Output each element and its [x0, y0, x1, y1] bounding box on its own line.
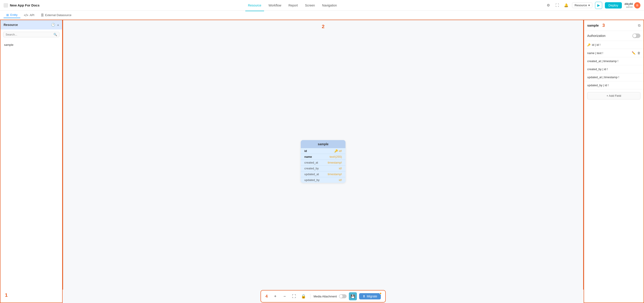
entity-field-updated-by: updated_by id! — [301, 177, 346, 183]
panel3-number: 3 — [602, 23, 605, 28]
subnav: ⊞ Entity </> API 🗄 External Datasource — [0, 11, 644, 20]
field-created-at-text: created_at | timestamp ! — [587, 59, 618, 63]
edit-icon[interactable]: ✏️ — [632, 51, 636, 55]
authorization-toggle[interactable] — [632, 33, 640, 38]
brand: New App For Docs — [4, 3, 40, 7]
play-button[interactable]: ▶ — [595, 2, 602, 9]
panel4-number: 4 — [266, 294, 268, 299]
add-resource-icon[interactable]: + — [57, 23, 59, 27]
sidebar-item-sample[interactable]: sample — [0, 41, 62, 48]
toggle-small-knob — [340, 295, 342, 298]
entity-field-updated-at: updated_at timestamp! — [301, 171, 346, 177]
entity-field-name: name text!(255) — [301, 154, 346, 160]
entity-field-id: id 🔑id! — [301, 148, 346, 154]
main-layout: Resource 🕐 + 🔍 sample 1 2 sample id 🔑id! — [0, 20, 644, 303]
panel-right-header: sample 3 ⧉ — [584, 20, 644, 31]
resource-dropdown[interactable]: Resource ▾ — [572, 2, 592, 8]
migrate-button[interactable]: ⬆ Migrate — [359, 293, 381, 300]
nav-resource[interactable]: Resource — [245, 3, 264, 8]
main-nav: Resource Workflow Report Screen Navigati… — [47, 3, 538, 8]
subnav-api[interactable]: </> API — [21, 12, 37, 18]
resource-dropdown-label: Resource — [574, 3, 587, 7]
sidebar-header: Resource 🕐 + — [0, 20, 62, 29]
entity-field-created-by: created_by id! — [301, 166, 346, 171]
field-updated-at-text: updated_at | timestamp ! — [587, 75, 619, 79]
field-info-id: 🔑 id | id ! — [587, 43, 600, 46]
subnav-entity[interactable]: ⊞ Entity — [4, 12, 20, 18]
toggle-knob — [633, 34, 636, 37]
field-row-created-at: created_at | timestamp ! — [584, 57, 644, 65]
sidebar-title: Resource — [4, 23, 18, 26]
sidebar-list: sample — [0, 39, 62, 288]
field-row-updated-at: updated_at | timestamp ! — [584, 73, 644, 81]
delete-icon[interactable]: 🗑 — [637, 51, 640, 55]
field-actions-name: ✏️ 🗑 — [632, 51, 640, 55]
authorization-row: Authorization — [584, 31, 644, 41]
field-row-name: name | text ! ✏️ 🗑 — [584, 49, 644, 57]
lock-button[interactable]: 🔒 — [300, 293, 307, 300]
field-key-icon: 🔑 — [587, 43, 590, 46]
datasource-icon: 🗄 — [41, 13, 44, 17]
field-created-by-text: created_by | id ! — [587, 67, 608, 71]
field-info-updated-at: updated_at | timestamp ! — [587, 75, 619, 79]
avatar: D — [634, 2, 640, 8]
bottom-toolbar: 4 + − ⛶ 🔒 Media Attachment 💾 ⬆ Migrate — [260, 290, 386, 303]
navbar: New App For Docs Resource Workflow Repor… — [0, 0, 644, 11]
search-box: 🔍 — [3, 32, 60, 37]
save-icon: 💾 — [350, 294, 355, 299]
user-info: diky94 admin D — [624, 2, 640, 8]
add-field-button[interactable]: + Add Field — [587, 92, 640, 99]
nav-navigation[interactable]: Navigation — [319, 3, 340, 8]
zoom-out-button[interactable]: − — [281, 293, 288, 300]
panel-canvas: 2 sample id 🔑id! name text!(255) created… — [62, 20, 584, 303]
migrate-upload-icon: ⬆ — [363, 295, 366, 298]
nav-report[interactable]: Report — [286, 3, 300, 8]
expand-icon[interactable]: ⛶ — [554, 2, 560, 8]
entity-field-created-at: created_at timestamp! — [301, 160, 346, 166]
panel1-number: 1 — [0, 288, 62, 303]
entity-card-header: sample — [301, 140, 346, 148]
auth-label: Authorization — [587, 34, 606, 37]
search-icon: 🔍 — [54, 33, 57, 36]
chevron-down-icon: ▾ — [588, 3, 590, 7]
field-row-created-by: created_by | id ! — [584, 65, 644, 73]
sidebar-header-icons: 🕐 + — [51, 23, 59, 27]
entity-icon: ⊞ — [6, 13, 9, 17]
brand-name: New App For Docs — [10, 3, 40, 7]
field-id-text: id | id ! — [592, 43, 600, 46]
field-row-id: 🔑 id | id ! — [584, 41, 644, 49]
nav-workflow[interactable]: Workflow — [266, 3, 284, 8]
history-icon[interactable]: 🕐 — [51, 23, 55, 27]
copy-icon[interactable]: ⧉ — [638, 23, 640, 27]
fit-screen-button[interactable]: ⛶ — [290, 293, 298, 300]
save-button[interactable]: 💾 — [349, 292, 357, 300]
panel-sidebar: Resource 🕐 + 🔍 sample 1 — [0, 20, 62, 303]
entity-card-body: id 🔑id! name text!(255) created_at times… — [301, 148, 346, 183]
field-info-created-by: created_by | id ! — [587, 67, 608, 71]
media-attachment-label: Media Attachment — [314, 295, 337, 298]
field-name-text: name | text ! — [587, 51, 603, 55]
entity-card[interactable]: sample id 🔑id! name text!(255) created_a… — [301, 140, 346, 183]
panel2-number: 2 — [322, 24, 324, 29]
navbar-right: ⚙ ⛶ 🔔 Resource ▾ ▶ Deploy diky94 admin D — [545, 2, 640, 9]
migrate-notification-dot — [380, 292, 382, 295]
field-row-updated-by: updated_by | id ! — [584, 81, 644, 89]
bottom-bar: 4 + − ⛶ 🔒 Media Attachment 💾 ⬆ Migrate — [62, 290, 584, 303]
notification-icon[interactable]: 🔔 — [563, 2, 569, 8]
nav-screen[interactable]: Screen — [302, 3, 318, 8]
subnav-external-datasource[interactable]: 🗄 External Datasource — [38, 12, 74, 18]
brand-icon — [4, 3, 8, 7]
search-input[interactable] — [6, 33, 54, 36]
panel-right-title: sample — [587, 23, 599, 27]
panel-right: sample 3 ⧉ Authorization 🔑 id | id ! nam… — [584, 20, 644, 303]
field-updated-by-text: updated_by | id ! — [587, 84, 609, 87]
settings-icon[interactable]: ⚙ — [545, 2, 552, 8]
field-info-name: name | text ! — [587, 51, 603, 55]
api-icon: </> — [24, 13, 28, 17]
field-info-updated-by: updated_by | id ! — [587, 84, 609, 87]
field-info-created-at: created_at | timestamp ! — [587, 59, 618, 63]
media-attachment-toggle[interactable] — [339, 294, 346, 298]
zoom-in-button[interactable]: + — [272, 293, 279, 300]
deploy-button[interactable]: Deploy — [605, 2, 622, 8]
